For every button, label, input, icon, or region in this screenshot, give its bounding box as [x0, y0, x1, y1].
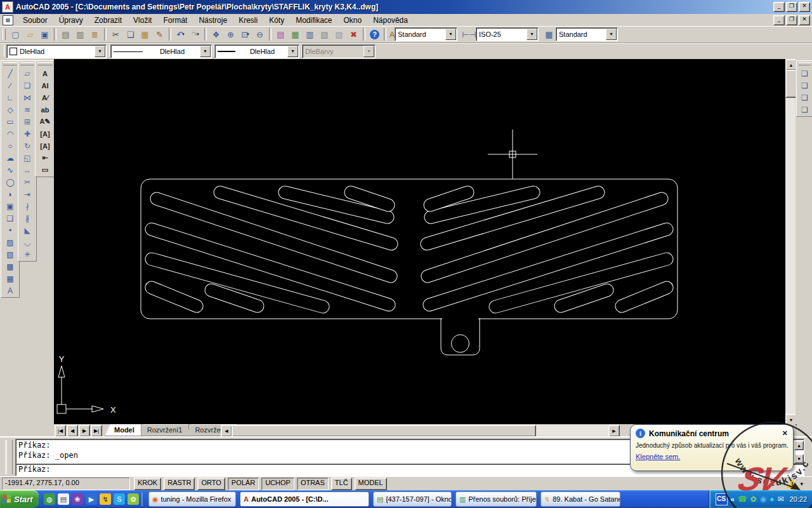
open-icon[interactable]: ▱	[23, 28, 37, 41]
break-point-icon[interactable]: ∤	[21, 200, 34, 212]
task-button-4[interactable]: ↯89. Kabat - Go Satane G...	[540, 491, 620, 507]
toggle-otras[interactable]: OTRAS	[297, 478, 329, 490]
edit-text-icon[interactable]: A⁄	[39, 91, 51, 104]
chevron-down-icon[interactable]: ▼	[445, 29, 456, 40]
quicklaunch-notes-icon[interactable]: ▤	[58, 493, 69, 505]
command-window-grip[interactable]	[5, 440, 13, 474]
chevron-down-icon[interactable]: ▼	[200, 46, 211, 57]
stretch-icon[interactable]: ↔	[21, 164, 34, 176]
construction-line-icon[interactable]: ∕	[4, 79, 16, 91]
toggle-rastr[interactable]: RASTR	[164, 478, 195, 490]
menu-item-kresli[interactable]: Kresli	[233, 15, 263, 25]
tray-phone-icon[interactable]: ☎	[738, 495, 747, 503]
send-to-back-icon[interactable]: ❏	[799, 79, 811, 91]
close-button[interactable]: ✕	[799, 2, 810, 12]
toolbar-grip[interactable]	[3, 29, 6, 40]
cut-icon[interactable]: ✂	[109, 28, 122, 41]
autocad-app-icon[interactable]: A	[2, 1, 13, 13]
chevron-down-icon[interactable]: ▼	[95, 46, 105, 57]
tray-expand-icon[interactable]: «	[731, 495, 735, 503]
scroll-left-icon[interactable]: ◀	[221, 425, 232, 437]
copy-object-icon[interactable]: ❏	[21, 79, 34, 91]
pan-icon[interactable]: ❖	[209, 28, 223, 41]
quicklaunch-browser-icon[interactable]: ◍	[44, 493, 55, 505]
child-close-button[interactable]: ✕	[799, 15, 810, 25]
ellipse-arc-icon[interactable]: ◗	[4, 188, 16, 200]
single-text-icon[interactable]: AI	[39, 79, 51, 91]
tab-layout1[interactable]: Rozvržení1	[138, 424, 190, 436]
menu-item-kóty[interactable]: Kóty	[263, 15, 290, 25]
table-style-icon[interactable]: ▦	[542, 28, 556, 41]
polygon-icon[interactable]: ◇	[4, 104, 16, 116]
chevron-down-icon[interactable]: ▼	[527, 29, 537, 40]
start-button[interactable]: Start	[0, 490, 39, 508]
insert-block-icon[interactable]: ▣	[4, 200, 16, 212]
sheetset-icon[interactable]: ▧	[318, 28, 331, 41]
language-indicator[interactable]: CS	[716, 493, 728, 505]
drawing-file-icon[interactable]: ▦	[3, 15, 13, 25]
linetype-control-combo[interactable]: DleHlad▼	[110, 44, 212, 58]
chevron-down-icon[interactable]: ▼	[606, 29, 617, 40]
explode-icon[interactable]: ✳	[21, 248, 34, 260]
convert-distance-icon[interactable]: ⇤	[39, 152, 51, 164]
print-icon[interactable]: ▤	[59, 28, 72, 41]
blockeditor-icon[interactable]: ✖	[347, 28, 360, 41]
toggle-polár[interactable]: POLÁR	[228, 478, 259, 490]
tab-nav-button-3[interactable]: ▶|	[91, 425, 102, 437]
rectangle-icon[interactable]: ▭	[4, 116, 16, 128]
preview-icon[interactable]: ▥	[74, 28, 87, 41]
quicklaunch-messenger-icon[interactable]: ❀	[72, 493, 83, 505]
point-icon[interactable]: •	[4, 224, 16, 236]
balloon-close-icon[interactable]: ✕	[782, 429, 788, 438]
send-under-icon[interactable]: ❏	[799, 104, 811, 116]
menu-item-okno[interactable]: Okno	[338, 15, 368, 25]
menu-item-zobrazit[interactable]: Zobrazit	[89, 15, 128, 25]
fillet-icon[interactable]: ◡	[21, 236, 34, 248]
comm-center-warning-icon[interactable]	[787, 479, 797, 488]
undo-icon[interactable]: ↶▾	[174, 28, 187, 41]
horizontal-scroll-thumb[interactable]	[232, 425, 536, 437]
lineweight-control-combo[interactable]: DleHlad▼	[214, 44, 299, 58]
tab-nav-button-1[interactable]: ◀	[67, 425, 78, 437]
help-icon[interactable]: ?	[368, 28, 381, 41]
menu-item-soubor[interactable]: Soubor	[17, 15, 53, 25]
toggle-uchop[interactable]: UCHOP	[261, 478, 294, 490]
markup-icon[interactable]: ▨	[332, 28, 346, 41]
toggle-tlč[interactable]: TLČ	[331, 478, 352, 490]
task-button-3[interactable]: ▥Přenos souborů: Příjem -...	[455, 491, 537, 507]
array-icon[interactable]: ⊞	[21, 116, 34, 128]
erase-icon[interactable]: ▱	[21, 67, 34, 79]
save-icon[interactable]: ▣	[38, 28, 51, 41]
properties-icon[interactable]: ▤	[274, 28, 287, 41]
publish-icon[interactable]: ≣	[88, 28, 102, 41]
toggle-krok[interactable]: KROK	[134, 478, 161, 490]
dim-style-combo[interactable]: ISO-25▼	[476, 27, 539, 41]
quicklaunch-winamp-icon[interactable]: ↯	[100, 493, 111, 505]
redo-icon[interactable]: ↷▾	[188, 28, 202, 41]
menu-item-vložit[interactable]: Vložit	[128, 15, 157, 25]
copy-icon[interactable]: ❏	[124, 28, 137, 41]
quicklaunch-mediaplayer-icon[interactable]: ▶	[86, 493, 97, 505]
menu-item-formát[interactable]: Formát	[157, 15, 193, 25]
tab-nav-button-2[interactable]: ▶	[79, 425, 90, 437]
toolpalettes-icon[interactable]: ▥	[303, 28, 317, 41]
table-icon[interactable]: ▦	[4, 272, 16, 284]
region-icon[interactable]: ▩	[4, 260, 16, 272]
mirror-icon[interactable]: ⋈	[21, 91, 34, 104]
child-minimize-button[interactable]: _	[773, 15, 785, 25]
paste-icon[interactable]: ▦	[138, 28, 152, 41]
mtext-icon[interactable]: A	[4, 284, 16, 297]
hatch-icon[interactable]: ▨	[4, 236, 16, 248]
make-block-icon[interactable]: ❑	[4, 212, 16, 224]
menu-item-modifikace[interactable]: Modifikace	[290, 15, 337, 25]
arc-icon[interactable]: ◠	[4, 128, 16, 140]
offset-icon[interactable]: ≋	[21, 104, 34, 116]
status-tray-arrow-icon[interactable]: ▾	[800, 481, 803, 487]
justify-text-icon[interactable]: [A]	[39, 140, 51, 152]
toggle-orto[interactable]: ORTO	[197, 478, 225, 490]
tray-presence-icon[interactable]: ●	[769, 495, 774, 503]
mtext-tool-icon[interactable]: A	[39, 67, 51, 79]
quicklaunch-icq-icon[interactable]: ✿	[128, 493, 139, 505]
tab-model[interactable]: Model	[105, 424, 141, 436]
coordinate-readout[interactable]: -1991.47, 2775.17, 0.00	[2, 478, 130, 490]
